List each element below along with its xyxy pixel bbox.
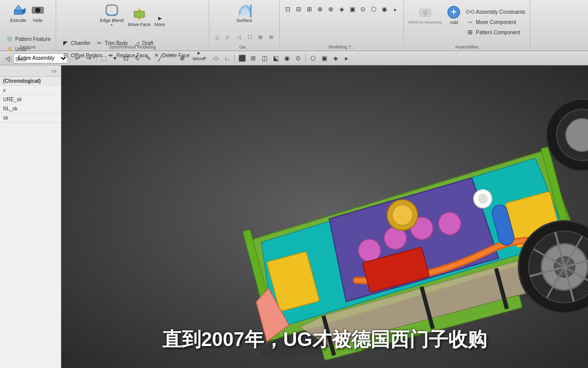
work-on-assembly-icon: [418, 5, 432, 19]
mt-btn9[interactable]: ⬡: [369, 4, 379, 14]
replace-face-button[interactable]: ⤄ Replace Face: [105, 49, 150, 62]
edge-blend-icon: [105, 3, 119, 17]
assemblies-big-buttons: Work on Assembly + Add: [407, 2, 527, 44]
delete-face-button[interactable]: ✕ Delete Face: [151, 49, 191, 62]
mt-btn4[interactable]: ⊕: [315, 4, 325, 14]
mt-dropdown[interactable]: ▸: [390, 4, 400, 14]
t2-ellipse[interactable]: ⬭: [211, 53, 221, 63]
mt-btn10[interactable]: ◉: [379, 4, 389, 14]
asm-right-col: Assembly Constraints ↔ Move Component ⊞ …: [464, 4, 527, 37]
t2-render3[interactable]: ◈: [330, 53, 340, 63]
t2-constraint[interactable]: ∟: [222, 53, 232, 63]
sync-group-label: Synchronous Modeling: [56, 44, 209, 50]
hole-icon: [31, 3, 45, 17]
sync-big-buttons: Edge Blend ▾ Move Face ▸ More: [99, 2, 167, 35]
extrude-button[interactable]: Extrude: [9, 2, 28, 24]
ge-tools-row: △ ▷ ◁ ☐ ⊠ ⊞: [212, 32, 276, 42]
move-face-label: Move Face: [128, 22, 151, 27]
main-area: ▭ (Chronological) x URE_sk NL_sk sk: [0, 65, 588, 368]
ge-tool6[interactable]: ⊞: [266, 32, 276, 42]
pattern-feature-label: Pattern Feature: [15, 36, 51, 42]
hole-button[interactable]: Hole: [29, 2, 47, 24]
feature-group: Extrude Hole ⊞ Pattern Feature ⊕ Unite: [0, 0, 56, 51]
panel-item-x[interactable]: x: [0, 86, 61, 95]
edge-blend-button[interactable]: Edge Blend ▾: [99, 2, 126, 28]
mt-btn2[interactable]: ⊟: [293, 4, 304, 14]
add-label: Add: [450, 20, 458, 25]
sync-more-button[interactable]: ▸ More: [153, 13, 167, 28]
delete-face-icon: ✕: [152, 52, 161, 60]
left-panel: ▭ (Chronological) x URE_sk NL_sk sk: [0, 65, 61, 368]
shell-button[interactable]: ◻ Shell: [4, 55, 52, 64]
replace-face-label: Replace Face: [116, 53, 148, 58]
panel-item-nl-sk[interactable]: NL_sk: [0, 104, 61, 113]
work-on-assembly-button[interactable]: Work on Assembly: [407, 4, 444, 26]
svg-marker-2: [22, 8, 26, 14]
panel-item-ure-sk[interactable]: URE_sk: [0, 95, 61, 104]
assembly-constraints-button[interactable]: Assembly Constraints: [464, 7, 527, 16]
svg-rect-6: [134, 11, 144, 17]
ge-tool2[interactable]: ▷: [223, 32, 233, 42]
ge-tool5[interactable]: ⊠: [255, 32, 265, 42]
feature-big-buttons: Extrude Hole: [9, 2, 47, 31]
t2-view1[interactable]: ⬛: [237, 53, 247, 63]
t2-view6[interactable]: ⊙: [293, 53, 303, 63]
t2-render2[interactable]: ▣: [319, 53, 329, 63]
assembly-constraints-label: Assembly Constraints: [476, 9, 525, 15]
sync-more-icon: ▸: [158, 14, 162, 22]
t2-view2[interactable]: ⊞: [248, 53, 258, 63]
offset-region-icon: ⊟: [61, 52, 70, 60]
sync-more2-icon: ▸: [198, 50, 201, 56]
sync-more2-button[interactable]: ▸ More: [192, 49, 206, 62]
t2-view4[interactable]: ⬕: [271, 53, 281, 63]
asm-add-col: + Add: [445, 4, 463, 26]
mt-btn1[interactable]: ⊡: [283, 4, 293, 14]
sync-small-row2: ⊟ Offset Region ⤄ Replace Face ✕ Delete …: [59, 49, 206, 62]
viewport: 直到2007年，UG才被德国西门子收购: [61, 65, 588, 368]
modeling-t-group: ⊡ ⊟ ⊞ ⊕ ⊗ ◈ ▣ ⊙ ⬡ ◉ ▸ Modeling T...: [280, 0, 404, 51]
svg-marker-8: [137, 17, 141, 20]
panel-item-sk[interactable]: sk: [0, 113, 61, 123]
pattern-component-label: Pattern Component: [476, 30, 520, 35]
t2-view5[interactable]: ◉: [282, 53, 292, 63]
sync-more2-label: More: [194, 56, 205, 61]
svg-marker-7: [137, 8, 141, 11]
offset-region-button[interactable]: ⊟ Offset Region: [59, 49, 104, 62]
offset-region-label: Offset Region: [71, 53, 102, 58]
svg-text:+: +: [451, 7, 457, 17]
svg-rect-10: [250, 5, 252, 18]
mt-btn3[interactable]: ⊞: [304, 4, 314, 14]
ge-tool3[interactable]: ◁: [234, 32, 244, 42]
assemblies-group: Work on Assembly + Add: [404, 0, 530, 51]
t2-render1[interactable]: ⬡: [308, 53, 318, 63]
mt-btn8[interactable]: ⊙: [358, 4, 368, 14]
svg-point-16: [471, 10, 474, 13]
mt-btn7[interactable]: ▣: [347, 4, 357, 14]
mt-btn6[interactable]: ◈: [336, 4, 347, 14]
hole-label: Hole: [33, 18, 43, 23]
pattern-component-button[interactable]: ⊞ Pattern Component: [464, 28, 527, 37]
extrude-label: Extrude: [10, 18, 26, 23]
t2-view3[interactable]: ◫: [259, 53, 270, 63]
ge-tool1[interactable]: △: [212, 32, 223, 42]
move-component-button[interactable]: ↔ Move Component: [464, 17, 527, 27]
ge-group: Surface △ ▷ ◁ ☐ ⊠ ⊞ Ge...: [209, 0, 280, 51]
mt-btn5[interactable]: ⊗: [326, 4, 336, 14]
move-face-button[interactable]: Move Face: [126, 6, 152, 28]
toolbar2-sep3: [234, 54, 235, 63]
surface-icon: [237, 3, 252, 17]
add-button[interactable]: + Add: [445, 4, 463, 26]
feature-small-buttons: ⊞ Pattern Feature ⊕ Unite ▾ ◻ Shell: [4, 31, 52, 71]
ge-tool4[interactable]: ☐: [244, 32, 255, 42]
ge-big-buttons: Surface: [234, 2, 254, 31]
car-viewport-svg: [61, 65, 588, 368]
panel-chronological[interactable]: (Chronological): [0, 77, 61, 86]
edge-blend-label: Edge Blend: [100, 18, 124, 23]
surface-label: Surface: [236, 18, 252, 23]
modeling-t-buttons: ⊡ ⊟ ⊞ ⊕ ⊗ ◈ ▣ ⊙ ⬡ ◉ ▸: [283, 2, 400, 50]
t2-more[interactable]: ▸: [341, 53, 352, 63]
move-component-icon: ↔: [465, 18, 475, 26]
modeling-t-label: Modeling T...: [280, 44, 403, 50]
pattern-feature-button[interactable]: ⊞ Pattern Feature: [4, 34, 52, 43]
surface-button[interactable]: Surface: [234, 2, 254, 24]
